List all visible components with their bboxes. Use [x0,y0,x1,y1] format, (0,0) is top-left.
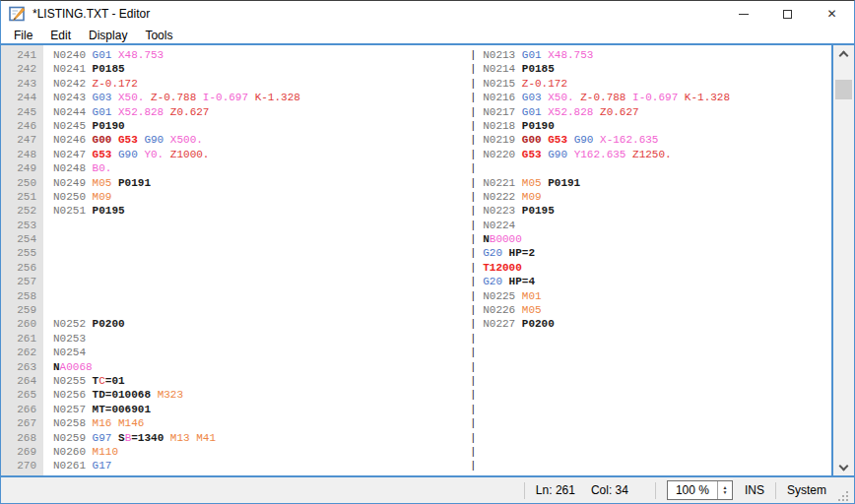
code-token: Z-0.788 [580,92,632,103]
code-line-left: N0255 TC=01 [53,374,470,388]
code-line-right: | N0214 P0185 [470,62,831,76]
code-row[interactable]: N0255 TC=01| [53,374,831,388]
scrollbar-up-button[interactable] [833,45,854,62]
line-number: 259 [1,303,43,317]
code-token: I-0.697 [632,92,685,103]
code-row[interactable]: N0258 M16 M146| [53,416,831,430]
menu-item-display[interactable]: Display [84,29,132,42]
code-row[interactable]: | N0225 M01 [53,289,831,303]
code-row[interactable]: | N0226 M05 [53,303,831,317]
code-line-right: | [470,360,831,374]
resize-grip[interactable] [836,489,850,503]
code-row[interactable]: N0244 G01 X52.828 Z0.627| N0217 G01 X52.… [53,105,831,119]
code-token: G90 [144,134,169,146]
code-row[interactable]: N0253| [53,332,831,346]
code-row[interactable]: N0260 M110| [53,445,831,459]
code-row[interactable]: N0243 G03 X50. Z-0.788 I-0.697 K-1.328| … [53,91,831,104]
code-token: | [470,276,483,287]
code-row[interactable]: N0245 P0190| N0218 P0190 [53,119,831,133]
code-line-right: | G20 HP=4 [470,275,831,288]
code-token: G53 [118,134,144,146]
code-row[interactable]: N0261 G17| [53,459,831,472]
close-icon: ✕ [826,8,836,20]
menu-item-tools[interactable]: Tools [140,29,177,42]
zoom-spinner[interactable]: 100 % ▲ ▼ [667,480,733,500]
code-token: N0218 [483,120,522,132]
code-token: N [53,361,60,373]
code-line-right: | N0218 P0190 [470,119,831,133]
code-line-right: | N0217 G01 X52.828 Z0.627 [470,105,831,119]
code-token: | [470,375,477,387]
code-line-left: N0240 G01 X48.753 [53,48,470,62]
code-row[interactable]: N0240 G01 X48.753| N0213 G01 X48.753 [53,48,831,62]
code-row[interactable]: N0256 TD=010068 M323| [53,388,831,402]
code-token: M05 [93,177,118,189]
scrollbar-down-button[interactable] [833,459,854,475]
code-line-right: | N0227 P0200 [470,317,831,331]
line-number: 266 [1,403,43,416]
code-token: G03 [522,92,548,103]
code-token: Z0.627 [600,106,639,118]
code-row[interactable]: N0251 P0195| N0223 P0195 [53,204,831,218]
menu-item-edit[interactable]: Edit [45,29,76,42]
code-token: N0259 [53,432,93,444]
code-token: P0191 [548,177,580,189]
code-row[interactable]: | N0224 [53,219,831,232]
code-token: G01 [522,49,548,61]
code-token: | [470,78,483,90]
code-line-left: N0253 [53,332,470,346]
code-token: P0190 [522,120,555,132]
code-token: G53 [93,149,118,160]
code-token: | [470,63,483,75]
code-token: G01 [93,106,118,118]
code-row[interactable]: | NB0000 [53,232,831,246]
code-token: N0241 [53,63,93,75]
code-line-right: | [470,459,831,472]
scrollbar-track[interactable] [833,62,854,459]
code-line-left [53,219,470,232]
code-token: P0195 [522,205,555,217]
code-token: N0260 [53,446,93,458]
code-token: X48.753 [118,49,164,61]
zoom-value: 100 % [668,481,717,499]
code-row[interactable]: N0248 B0.| [53,161,831,175]
code-row[interactable]: N0259 G97 SB=1340 M13 M41| [53,431,831,445]
line-number: 256 [1,261,43,275]
code-row[interactable]: N0246 G00 G53 G90 X500.| N0219 G00 G53 G… [53,133,831,147]
code-token: T12000 [483,262,522,274]
code-token: | [470,318,483,330]
code-token: G20 [483,276,508,287]
code-row[interactable]: N0252 P0200| N0227 P0200 [53,317,831,331]
code-row[interactable]: N0242 Z-0.172| N0215 Z-0.172 [53,77,831,91]
code-row[interactable]: N0250 M09| N0222 M09 [53,190,831,204]
line-number: 252 [1,204,43,218]
code-token: | [470,361,477,373]
maximize-button[interactable] [765,1,810,27]
code-row[interactable]: N0241 P0185| N0214 P0185 [53,62,831,76]
code-row[interactable]: NA0068| [53,360,831,374]
vertical-scrollbar[interactable] [833,45,854,475]
code-token: | [470,205,483,217]
code-token: N0246 [53,134,93,146]
code-token: P0190 [93,120,125,132]
code-token: N0214 [483,63,522,75]
code-token: N0222 [483,191,522,203]
code-token: A0068 [60,361,93,373]
code-row[interactable]: N0257 MT=006901| [53,403,831,416]
code-row[interactable]: N0254| [53,346,831,359]
code-token: B0. [93,162,112,174]
code-row[interactable]: N0247 G53 G90 Y0. Z1000.| N0220 G53 G90 … [53,148,831,161]
scrollbar-thumb[interactable] [835,80,852,99]
code-row[interactable]: | G20 HP=2 [53,246,831,260]
close-button[interactable]: ✕ [810,1,854,27]
line-number: 258 [1,289,43,303]
code-token: K-1.328 [255,92,300,103]
code-row[interactable]: | G20 HP=4 [53,275,831,288]
code-area[interactable]: N0240 G01 X48.753| N0213 G01 X48.753N024… [43,45,831,475]
minimize-button[interactable] [721,1,765,27]
menu-item-file[interactable]: File [9,29,37,42]
code-row[interactable]: | T12000 [53,261,831,275]
zoom-spin-buttons[interactable]: ▲ ▼ [717,481,732,499]
code-line-left [53,232,470,246]
code-row[interactable]: N0249 M05 P0191| N0221 M05 P0191 [53,176,831,190]
